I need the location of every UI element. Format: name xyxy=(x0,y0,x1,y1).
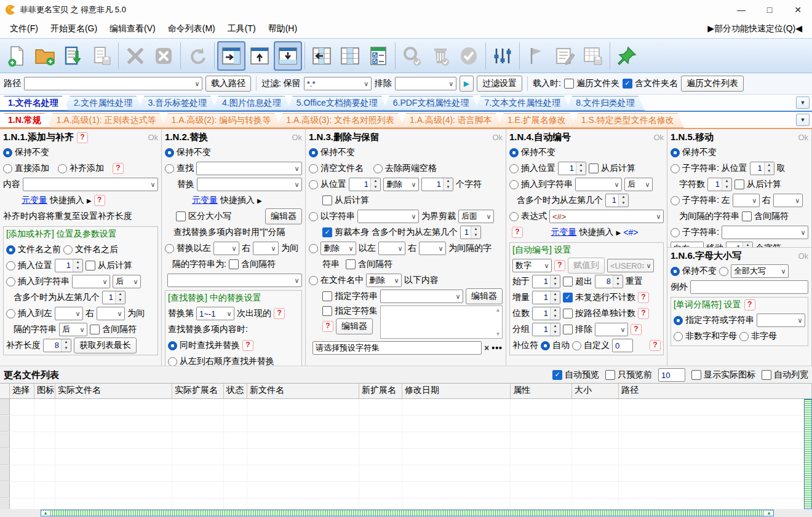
chevron-down-icon[interactable]: ∨ xyxy=(131,278,140,286)
chevron-down-icon[interactable]: ∨ xyxy=(115,310,124,318)
chevron-down-icon[interactable]: ∨ xyxy=(409,213,418,221)
chevron-down-icon[interactable]: ∨ xyxy=(346,245,356,253)
get-longest-button[interactable]: 获取列表最长 xyxy=(74,337,137,353)
help-icon[interactable]: ? xyxy=(242,340,253,351)
chevron-down-icon[interactable]: ∨ xyxy=(618,326,627,334)
insert-between-radio[interactable]: 插入到左 xyxy=(6,308,52,319)
path-combo[interactable]: ∨ xyxy=(24,77,202,90)
in-filename-radio[interactable]: 在文件名中 xyxy=(309,275,364,286)
direct-add-radio[interactable]: 直接添加 xyxy=(3,163,49,174)
chevron-down-icon[interactable]: ∨ xyxy=(436,245,445,253)
left-sep-combo[interactable]: ∨ xyxy=(55,307,83,320)
insert-string-combo[interactable]: ∨ xyxy=(72,275,110,288)
include-foldername-check[interactable]: ✓含文件夹名 xyxy=(623,78,678,89)
spinner-arrows[interactable]: ▲▼ xyxy=(550,323,560,336)
column-header-修改日期[interactable]: 修改日期 xyxy=(402,384,511,398)
nth-from-left-spin[interactable]: 1▲▼ xyxy=(605,194,629,207)
replacement-combo[interactable]: ∨ xyxy=(167,274,302,287)
keep-unchanged-radio[interactable]: 保持不变 xyxy=(3,147,49,158)
show-columns-button[interactable] xyxy=(336,41,364,71)
delete-keep-combo[interactable]: 删除∨ xyxy=(383,178,419,191)
case-mode-combo[interactable]: 全部大写∨ xyxy=(731,264,789,278)
keep-unchanged-radio[interactable]: 保持不变 xyxy=(309,147,355,158)
by-string-radio[interactable]: 以字符串 xyxy=(309,211,355,222)
sub-tab-6[interactable]: 1.E.扩展名修改 xyxy=(498,113,576,128)
chevron-down-icon[interactable]: ∨ xyxy=(362,80,371,88)
expand-arrow-icon[interactable]: ▶ xyxy=(257,197,262,204)
help-icon[interactable]: ? xyxy=(631,324,642,335)
sub-tab-4[interactable]: 1.A.高级(3): 文件名对照列表 xyxy=(276,113,404,128)
left-sep-combo[interactable]: ∨ xyxy=(733,194,760,207)
from-position-radio[interactable]: 从位置 xyxy=(309,179,346,190)
substring-position-radio[interactable]: 子字符串: 从位置 xyxy=(671,163,747,174)
spinner-arrows[interactable]: ▲▼ xyxy=(471,226,480,239)
menu-item-2[interactable]: 开始更名(G) xyxy=(44,22,103,35)
filter-settings-button[interactable]: 过滤设置 xyxy=(477,76,522,92)
preview-first-check[interactable]: 只预览前 xyxy=(605,369,652,381)
sub-tab-5[interactable]: 1.A.高级(4): 语言脚本 xyxy=(400,113,502,128)
replace-combo[interactable]: ∨ xyxy=(197,178,302,191)
spinner-arrows[interactable]: ▲▼ xyxy=(370,178,380,191)
new-file-button[interactable] xyxy=(2,41,31,71)
count-from-end-check[interactable]: 从后计算 xyxy=(589,163,635,174)
group-spin[interactable]: 1▲▼ xyxy=(532,323,560,336)
chevron-down-icon[interactable]: ∨ xyxy=(612,181,621,189)
specify-charset-check[interactable]: 指定字符集 xyxy=(322,306,378,317)
include-separator-check[interactable]: 含间隔符 xyxy=(90,324,137,335)
column-header-rowselector[interactable] xyxy=(0,384,10,398)
content-combo[interactable]: ∨ xyxy=(23,178,158,191)
nth-from-left-spin[interactable]: 1▲▼ xyxy=(460,226,481,239)
help-icon[interactable]: ? xyxy=(113,163,124,174)
column-header-新文件名[interactable]: 新文件名 xyxy=(247,384,359,398)
substring-combo[interactable]: ∨ xyxy=(722,226,808,239)
spinner-arrows[interactable]: ▲▼ xyxy=(722,178,731,191)
table-row[interactable] xyxy=(0,449,804,465)
help-icon[interactable]: ? xyxy=(274,308,285,319)
occurrence-combo[interactable]: 1~-1∨ xyxy=(196,307,234,320)
quick-locate-link[interactable]: ▶部分功能快速定位(Q)◀ xyxy=(707,23,808,34)
chevron-down-icon[interactable]: ∨ xyxy=(73,310,82,318)
exclude-check[interactable]: 排除 xyxy=(563,324,592,335)
minimize-button[interactable]: — xyxy=(727,0,755,20)
main-tab-1[interactable]: 1.文件名处理 xyxy=(0,96,68,111)
find-combo[interactable]: ∨ xyxy=(196,162,302,175)
add-folder-button[interactable] xyxy=(31,41,59,71)
scroll-right-icon[interactable]: ▲ xyxy=(765,511,773,516)
non-letter-radio[interactable]: 非字母 xyxy=(739,331,777,342)
keep-unchanged-radio[interactable]: 保持不变 xyxy=(509,147,555,158)
nth-from-left-spin[interactable]: 1▲▼ xyxy=(102,291,125,304)
table-row[interactable] xyxy=(0,499,804,509)
chevron-down-icon[interactable]: ∨ xyxy=(654,213,663,221)
chevron-down-icon[interactable]: ∨ xyxy=(148,181,157,189)
table-row[interactable] xyxy=(0,482,804,499)
layout-top-button[interactable] xyxy=(245,41,274,71)
chevron-down-icon[interactable]: ∨ xyxy=(795,317,805,325)
help-icon[interactable]: ? xyxy=(554,260,565,271)
main-tab-6[interactable]: 6.PDF文档属性处理 xyxy=(383,96,479,111)
before-filename-radio[interactable]: 文件名之前 xyxy=(6,244,61,255)
include-separator-check[interactable]: 含间隔符 xyxy=(346,259,392,270)
checklist-button[interactable] xyxy=(364,41,392,71)
main-tab-2[interactable]: 2.文件属性处理 xyxy=(64,96,143,111)
main-tab-8[interactable]: 8.文件归类处理 xyxy=(566,96,645,111)
chevron-down-icon[interactable]: ∨ xyxy=(396,245,405,253)
left-sep-combo[interactable]: ∨ xyxy=(213,242,239,255)
spinner-arrows[interactable]: ▲▼ xyxy=(443,178,453,191)
charset-scroll[interactable]: ▲▼ xyxy=(494,306,502,338)
right-sep-combo[interactable]: ∨ xyxy=(419,242,446,255)
chevron-down-icon[interactable]: ∨ xyxy=(750,197,759,205)
custom-pad-radio[interactable]: 自定义 xyxy=(572,340,610,351)
traverse-list-button[interactable]: 遍历文件列表 xyxy=(681,76,744,92)
clear-filename-radio[interactable]: 清空文件名 xyxy=(309,163,364,174)
insert-string-combo[interactable]: ∨ xyxy=(575,178,622,191)
include-separator-check[interactable]: 含间隔符 xyxy=(229,259,276,270)
spinner-arrows[interactable]: ▲▼ xyxy=(61,339,71,352)
count-from-end-check[interactable]: 从后计算 xyxy=(322,195,369,206)
clear-icon[interactable]: × xyxy=(484,343,489,353)
help-icon[interactable]: ? xyxy=(77,132,88,143)
simultaneous-radio[interactable]: 同时查找并替换 xyxy=(168,340,240,351)
chevron-down-icon[interactable]: ∨ xyxy=(292,181,301,189)
count-per-path-check[interactable]: 按路径单独计数 xyxy=(563,308,635,319)
sep-pos-combo[interactable]: 后∨ xyxy=(59,323,87,336)
keep-unchanged-radio[interactable]: 保持不变 xyxy=(165,147,211,158)
